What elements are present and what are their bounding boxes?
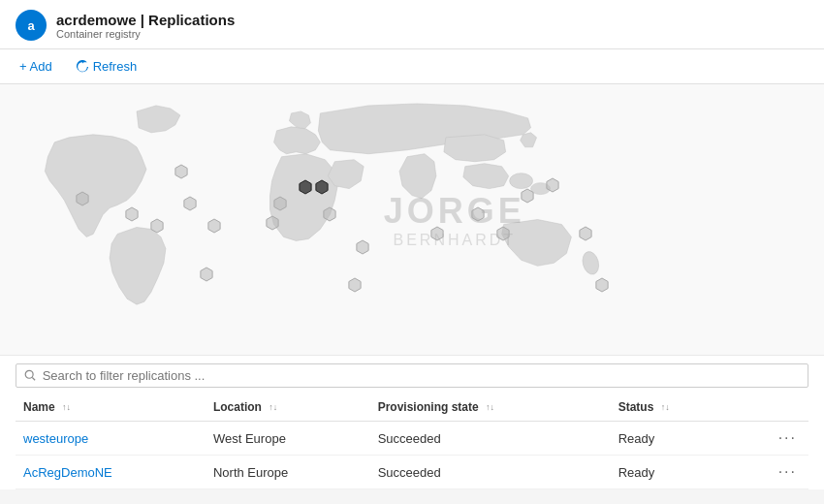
more-button[interactable]: ···: [775, 463, 801, 481]
hex-marker[interactable]: [494, 225, 512, 242]
more-button[interactable]: ···: [775, 429, 801, 447]
add-button[interactable]: + Add: [16, 55, 56, 78]
search-input-wrap: [16, 363, 808, 388]
col-actions: [732, 394, 808, 422]
cell-location: West Europe: [206, 422, 370, 456]
col-provisioning: Provisioning state ↑↓: [370, 394, 611, 422]
cell-name: AcRegDemoNE: [16, 456, 206, 489]
replications-table-container: Name ↑↓ Location ↑↓ Provisioning state ↑…: [0, 394, 824, 489]
page-header: a acrdemowe | Replications Container reg…: [0, 0, 824, 49]
hex-marker[interactable]: [428, 225, 446, 242]
col-status: Status ↑↓: [611, 394, 733, 422]
hex-marker[interactable]: [297, 178, 314, 196]
hex-marker[interactable]: [206, 217, 223, 235]
hex-marker[interactable]: [271, 195, 289, 212]
cell-status: Ready: [611, 422, 733, 456]
hex-marker[interactable]: [181, 195, 199, 212]
hex-marker[interactable]: [173, 163, 190, 180]
sort-name-icon[interactable]: ↑↓: [62, 403, 71, 412]
replications-table: Name ↑↓ Location ↑↓ Provisioning state ↑…: [16, 394, 808, 489]
cell-location: North Europe: [206, 456, 370, 489]
toolbar: + Add Refresh: [0, 49, 824, 84]
hex-marker[interactable]: [313, 178, 331, 196]
cell-name: westeurope: [16, 422, 206, 456]
cell-provisioning-state: Succeeded: [370, 422, 611, 456]
hex-marker[interactable]: [264, 214, 281, 232]
sort-status-icon[interactable]: ↑↓: [661, 403, 670, 412]
svg-point-2: [581, 250, 602, 276]
search-input[interactable]: [43, 368, 800, 383]
refresh-button[interactable]: Refresh: [72, 55, 142, 78]
table-body: westeurope West Europe Succeeded Ready ·…: [16, 422, 808, 489]
hex-marker[interactable]: [577, 225, 594, 242]
col-name: Name ↑↓: [16, 394, 206, 422]
col-location: Location ↑↓: [206, 394, 370, 422]
hex-marker[interactable]: [544, 176, 561, 194]
hex-marker[interactable]: [593, 276, 611, 294]
hex-marker[interactable]: [198, 266, 215, 283]
page-title: acrdemowe | Replications: [56, 12, 235, 28]
hex-marker[interactable]: [123, 205, 141, 223]
hex-marker[interactable]: [469, 205, 487, 223]
hex-marker[interactable]: [354, 238, 371, 256]
sort-location-icon[interactable]: ↑↓: [269, 403, 277, 412]
world-map: JORGE BERNHARDT: [0, 84, 824, 356]
sort-provisioning-icon[interactable]: ↑↓: [486, 403, 494, 412]
cell-more-actions[interactable]: ···: [732, 456, 808, 489]
search-bar: [0, 356, 824, 394]
page-subtitle: Container registry: [56, 28, 235, 40]
header-title-block: acrdemowe | Replications Container regis…: [56, 12, 235, 40]
hex-marker[interactable]: [346, 276, 364, 294]
avatar: a: [16, 10, 47, 41]
hex-marker[interactable]: [148, 217, 166, 235]
cell-more-actions[interactable]: ···: [732, 422, 808, 456]
cell-status: Ready: [611, 456, 733, 489]
hex-marker[interactable]: [74, 190, 91, 207]
hex-marker[interactable]: [321, 205, 338, 223]
search-icon: [24, 369, 37, 382]
table-header: Name ↑↓ Location ↑↓ Provisioning state ↑…: [16, 394, 808, 422]
svg-line-4: [32, 377, 35, 380]
table-row: AcRegDemoNE North Europe Succeeded Ready…: [16, 456, 808, 489]
refresh-icon: [76, 60, 89, 74]
hex-marker[interactable]: [519, 187, 536, 205]
cell-provisioning-state: Succeeded: [370, 456, 611, 489]
table-row: westeurope West Europe Succeeded Ready ·…: [16, 422, 808, 456]
svg-point-3: [25, 370, 33, 378]
